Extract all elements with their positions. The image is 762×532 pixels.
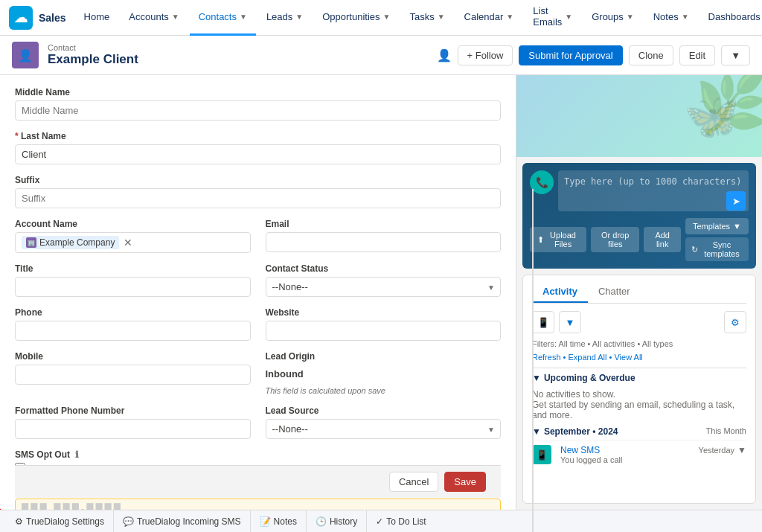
nav-contacts[interactable]: Contacts▼ — [190, 0, 256, 36]
decorative-bg: 🌿 🦋 — [516, 75, 762, 157]
nav-home[interactable]: Home — [75, 0, 119, 36]
activity-item-dropdown[interactable]: ▼ — [737, 445, 746, 455]
add-link-button[interactable]: Add link — [644, 227, 681, 252]
lead-origin-col: Lead Origin Inbound This field is calcul… — [266, 351, 502, 395]
activity-item-content: New SMS You logged a call — [560, 445, 693, 464]
sync-templates-button[interactable]: ↻ Sync templates — [685, 237, 749, 261]
account-chip-label: Example Company — [39, 237, 115, 248]
custom-phone-wrap: ███ ███-████ — [15, 499, 501, 510]
account-remove-button[interactable]: ✕ — [124, 237, 132, 248]
activity-tabs: Activity Chatter — [532, 281, 746, 304]
send-button[interactable]: ➤ — [726, 191, 746, 211]
nav-leads[interactable]: Leads▼ — [257, 0, 312, 36]
submit-approval-button[interactable]: Submit for Approval — [519, 45, 622, 65]
more-actions-button[interactable]: ▼ — [721, 45, 750, 65]
lead-origin-label: Lead Origin — [266, 351, 502, 362]
activity-panel: Activity Chatter 📱 ▼ ⚙ Filters: All time… — [522, 275, 756, 504]
nav-accounts[interactable]: Accounts▼ — [120, 0, 188, 36]
contact-status-select[interactable]: --None-- — [266, 277, 502, 297]
phone-input[interactable] — [15, 321, 251, 341]
lead-source-label: Lead Source — [266, 406, 502, 416]
formatted-leadsource-row: Formatted Phone Number Lead Source --Non… — [15, 406, 501, 439]
suffix-row: Suffix — [15, 175, 501, 208]
account-chip-icon: 🏢 — [26, 237, 36, 248]
title-col: Title — [15, 263, 251, 297]
notes-item[interactable]: 📝 Notes — [251, 510, 307, 533]
message-textarea[interactable] — [558, 170, 749, 211]
formatted-phone-label: Formatted Phone Number — [15, 406, 251, 416]
upload-files-button[interactable]: ⬆ Upload Files — [530, 227, 586, 252]
salesforce-logo: ☁ — [9, 6, 33, 30]
accounts-chevron-icon: ▼ — [172, 13, 179, 21]
custom-phone-value: ███ ███-████ — [22, 503, 478, 510]
messaging-widget: 📞 ➤ ⬆ Upload Files Or drop files Add lin… — [522, 163, 756, 269]
nav-notes[interactable]: Notes▼ — [644, 0, 698, 36]
todo-item[interactable]: ✓ To Do List — [367, 510, 435, 533]
opp-chevron-icon: ▼ — [383, 13, 391, 21]
clone-button[interactable]: Clone — [629, 45, 673, 65]
record-actions: 👤 + Follow Submit for Approval Clone Edi… — [437, 45, 751, 65]
account-chip: 🏢 Example Company — [22, 236, 119, 249]
truedialog-settings-item[interactable]: ⚙ TrueDialog Settings — [6, 510, 114, 533]
website-label: Website — [266, 307, 502, 318]
view-all-link[interactable]: View All — [614, 353, 642, 362]
email-col: Email — [266, 219, 502, 253]
phone-website-row: Phone Website — [15, 307, 501, 341]
mobile-col: Mobile — [15, 351, 251, 395]
last-name-row: Last Name — [15, 131, 501, 164]
main-nav: Home Accounts▼ Contacts▼ Leads▼ Opportun… — [75, 0, 762, 36]
last-name-col: Last Name — [15, 131, 501, 164]
expand-all-link[interactable]: Expand All — [569, 353, 607, 362]
bottom-bar: ⚙ TrueDialog Settings 💬 TrueDialog Incom… — [0, 510, 762, 532]
last-name-input[interactable] — [15, 144, 501, 164]
filter-settings-button[interactable]: ⚙ — [724, 311, 746, 333]
filter-icon[interactable]: ⚙ — [724, 311, 746, 333]
form-footer: Cancel Save — [15, 465, 501, 498]
save-button[interactable]: Save — [444, 472, 486, 492]
cancel-button[interactable]: Cancel — [389, 472, 438, 492]
form-panel: Middle Name Last Name Suffix Account Nam… — [0, 75, 516, 510]
history-item[interactable]: 🕒 History — [307, 510, 367, 533]
follow-button[interactable]: + Follow — [458, 45, 513, 65]
right-panel: 🌿 🦋 📞 ➤ ⬆ Upload Files Or drop files — [516, 75, 762, 510]
nav-groups[interactable]: Groups▼ — [583, 0, 643, 36]
sms-bottom-icon: 💬 — [123, 516, 134, 527]
formatted-phone-input[interactable] — [15, 419, 251, 439]
account-label: Account Name — [15, 219, 251, 229]
lead-origin-sub: This field is calculated upon save — [266, 386, 502, 395]
email-label: Email — [266, 219, 502, 229]
drop-files-button[interactable]: Or drop files — [591, 227, 639, 252]
mobile-input[interactable] — [15, 365, 251, 385]
user-icon: 👤 — [437, 48, 452, 63]
new-sms-link[interactable]: New SMS — [560, 445, 693, 455]
phone-label: Phone — [15, 307, 251, 318]
title-input[interactable] — [15, 277, 251, 297]
tab-chatter[interactable]: Chatter — [588, 281, 641, 303]
account-input-wrap: 🏢 Example Company ✕ — [15, 232, 251, 253]
templates-dropdown-button[interactable]: Templates ▼ — [685, 218, 749, 234]
info-icon: ℹ — [75, 449, 79, 460]
contact-status-col: Contact Status --None-- — [266, 263, 502, 297]
truedialog-incoming-item[interactable]: 💬 TrueDialog Incoming SMS — [114, 510, 251, 533]
leads-chevron-icon: ▼ — [295, 13, 303, 21]
tab-activity[interactable]: Activity — [532, 281, 588, 303]
sms-action-button[interactable]: 📱 — [532, 311, 554, 333]
nav-calendar[interactable]: Calendar▼ — [455, 0, 523, 36]
website-col: Website — [266, 307, 502, 341]
record-name: Example Client — [48, 52, 138, 67]
nav-dashboards[interactable]: Dashboards▼ — [699, 0, 762, 36]
website-input[interactable] — [266, 321, 502, 341]
sms-opt-label: SMS Opt Out ℹ — [15, 449, 501, 460]
notes-chevron-icon: ▼ — [682, 13, 689, 21]
middle-name-input[interactable] — [15, 100, 501, 121]
refresh-link[interactable]: Refresh — [532, 353, 561, 362]
activity-dropdown-button[interactable]: ▼ — [559, 311, 581, 333]
suffix-input[interactable] — [15, 188, 501, 208]
nav-tasks[interactable]: Tasks▼ — [400, 0, 453, 36]
nav-opportunities[interactable]: Opportunities▼ — [313, 0, 399, 36]
lead-source-select[interactable]: --None-- — [266, 419, 502, 439]
email-input[interactable] — [266, 232, 502, 252]
nav-list-emails[interactable]: List Emails▼ — [524, 0, 581, 36]
filters-links: Refresh • Expand All • View All — [532, 353, 746, 362]
edit-button[interactable]: Edit — [679, 45, 715, 65]
